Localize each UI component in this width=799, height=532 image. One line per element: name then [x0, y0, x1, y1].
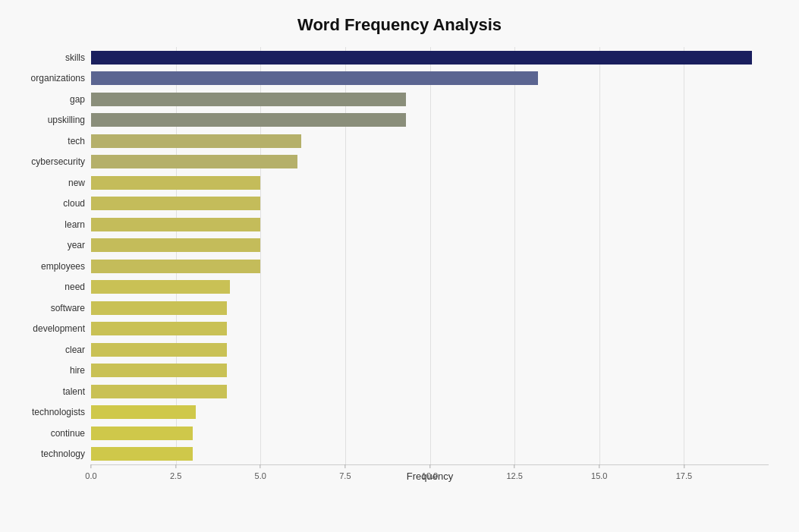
bar-row: software [91, 300, 769, 316]
x-tick-line [90, 464, 91, 468]
bar-label: talent [2, 386, 85, 397]
bar-label: gap [2, 94, 85, 105]
x-tick-line [344, 464, 345, 468]
bar-row: cloud [91, 195, 769, 212]
x-tick-line [175, 464, 176, 468]
x-tick-label: 10.0 [422, 471, 438, 480]
bar-label: hire [2, 365, 85, 376]
bar-label: learn [2, 219, 85, 230]
chart-container: Word Frequency Analysis skillsorganizati… [0, 0, 799, 532]
bar-row: employees [91, 258, 769, 275]
bar-label: organizations [2, 73, 85, 83]
x-tick-label: 17.5 [676, 471, 692, 480]
chart-area: skillsorganizationsgapupskillingtechcybe… [91, 47, 769, 495]
bar-label: development [2, 323, 85, 334]
bar-row: development [91, 320, 769, 337]
x-tick-label: 5.0 [255, 471, 266, 480]
bar-wrapper [91, 175, 769, 191]
bar-label: clear [2, 345, 85, 355]
bar [91, 343, 227, 357]
bar [91, 197, 260, 210]
x-tick: 17.5 [676, 464, 692, 480]
x-tick-line [599, 464, 599, 468]
bar [91, 93, 406, 106]
x-tick: 7.5 [339, 464, 351, 480]
bar-label: software [2, 303, 85, 313]
bar-row: cybersecurity [91, 153, 769, 170]
bar-label: need [2, 282, 85, 292]
bar-wrapper [91, 362, 769, 379]
bar-wrapper [91, 425, 769, 442]
bar [91, 155, 297, 168]
bar-label: new [2, 178, 85, 188]
x-tick: 12.5 [506, 464, 522, 480]
bar-row: clear [91, 342, 769, 358]
bar-wrapper [91, 237, 769, 253]
bar-label: continue [2, 428, 85, 439]
bar-row: hire [91, 362, 769, 379]
bar-label: technologists [2, 407, 85, 417]
x-tick: 15.0 [591, 464, 607, 480]
bar-wrapper [91, 112, 769, 128]
bar [91, 218, 260, 231]
bar-row: continue [91, 425, 769, 442]
bar-label: skills [2, 52, 85, 63]
bar-label: technology [2, 449, 85, 459]
bar [91, 238, 260, 252]
chart-title: Word Frequency Analysis [61, 15, 738, 35]
x-tick-label: 12.5 [506, 471, 522, 480]
bar [91, 447, 193, 461]
bar-row: upskilling [91, 112, 769, 128]
bar-row: technologists [91, 404, 769, 420]
bar [91, 134, 301, 148]
bar-row: tech [91, 133, 769, 150]
bar-wrapper [91, 258, 769, 275]
bars-section: skillsorganizationsgapupskillingtechcybe… [91, 47, 769, 464]
bar-wrapper [91, 404, 769, 420]
bar-row: learn [91, 216, 769, 233]
x-tick-line [429, 464, 430, 468]
bar-wrapper [91, 342, 769, 358]
bar-label: cybersecurity [2, 156, 85, 167]
bar-row: organizations [91, 70, 769, 87]
bar-wrapper [91, 153, 769, 170]
x-axis: 0.02.55.07.510.012.515.017.5 Frequency [91, 464, 769, 495]
bar-wrapper [91, 49, 769, 66]
bar-row: new [91, 175, 769, 191]
bar-row: talent [91, 383, 769, 400]
x-tick-label: 7.5 [339, 471, 351, 480]
x-tick: 0.0 [85, 464, 96, 480]
bar-row: year [91, 237, 769, 253]
bar-row: gap [91, 91, 769, 108]
bar [91, 71, 538, 85]
x-tick-label: 15.0 [591, 471, 607, 480]
bar-wrapper [91, 195, 769, 212]
bar [91, 364, 227, 377]
x-tick: 10.0 [422, 464, 438, 480]
bar-wrapper [91, 216, 769, 233]
bar-wrapper [91, 383, 769, 400]
bar-label: year [2, 240, 85, 250]
x-tick-label: 2.5 [170, 471, 181, 480]
bar-wrapper [91, 133, 769, 150]
x-tick-line [514, 464, 515, 468]
x-tick-line [684, 464, 684, 468]
bar-wrapper [91, 445, 769, 462]
bar [91, 176, 260, 190]
bar-wrapper [91, 300, 769, 316]
bar [91, 51, 752, 65]
bar [91, 301, 227, 315]
bar [91, 280, 230, 294]
x-tick: 2.5 [170, 464, 181, 480]
bar-wrapper [91, 320, 769, 337]
bar [91, 385, 227, 398]
bar [91, 322, 227, 335]
bar-wrapper [91, 91, 769, 108]
bar-wrapper [91, 70, 769, 87]
bar-label: upskilling [2, 115, 85, 125]
bar-row: need [91, 279, 769, 295]
bar [91, 260, 260, 273]
bar-row: technology [91, 445, 769, 462]
bar [91, 427, 193, 440]
bar-label: tech [2, 136, 85, 146]
